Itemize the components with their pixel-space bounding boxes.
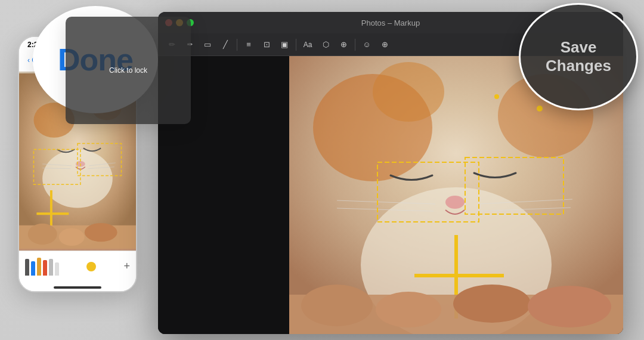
pen-tool-6[interactable] (55, 262, 59, 276)
iphone-drawing-toolbar: + (19, 251, 136, 282)
fill-style-icon[interactable]: ⊡ (259, 37, 274, 52)
svg-point-15 (59, 228, 85, 246)
stroke-style-icon[interactable]: ≡ (241, 37, 256, 52)
window-title: Photos – Markup (361, 18, 420, 27)
svg-point-35 (376, 292, 441, 327)
done-bubble: Done Click to lock (33, 6, 158, 113)
color-yellow[interactable] (86, 262, 96, 271)
text-tool-icon[interactable]: Aa (300, 37, 315, 52)
toolbar-separator-3 (355, 39, 355, 51)
signature-icon[interactable]: ⬡ (318, 37, 333, 52)
home-bar (54, 286, 101, 289)
svg-point-32 (494, 94, 499, 99)
add-icon[interactable]: ⊕ (377, 37, 392, 52)
svg-point-36 (453, 285, 531, 323)
svg-point-21 (373, 62, 444, 122)
svg-point-16 (85, 223, 117, 242)
iphone-home-indicator (19, 282, 136, 292)
line-tool-icon[interactable]: ╱ (218, 37, 233, 52)
save-changes-bubble: Save Changes (519, 3, 638, 110)
pen-tool-4[interactable] (43, 260, 47, 276)
pen-tool-5[interactable] (49, 259, 53, 276)
click-to-lock-badge: Click to lock (66, 17, 191, 124)
magnify-icon[interactable]: ⊕ (336, 37, 351, 52)
pen-tool-1[interactable] (25, 259, 29, 276)
toolbar-separator-2 (296, 39, 296, 51)
svg-point-34 (301, 285, 373, 326)
svg-point-22 (445, 196, 465, 209)
svg-point-31 (537, 106, 543, 112)
svg-point-14 (28, 224, 57, 245)
shape-rect-icon[interactable]: ▭ (200, 37, 215, 52)
color-picker-area (86, 262, 96, 271)
toolbar-separator-1 (237, 39, 237, 51)
pen-tool-3[interactable] (37, 258, 41, 276)
border-style-icon[interactable]: ▣ (277, 37, 292, 52)
save-changes-text[interactable]: Save Changes (521, 38, 636, 75)
emoji-icon[interactable]: ☺ (359, 37, 374, 52)
pen-tool-2[interactable] (31, 261, 35, 276)
svg-point-37 (528, 286, 611, 327)
add-tool-button[interactable]: + (123, 260, 130, 273)
pen-tools (25, 258, 59, 276)
